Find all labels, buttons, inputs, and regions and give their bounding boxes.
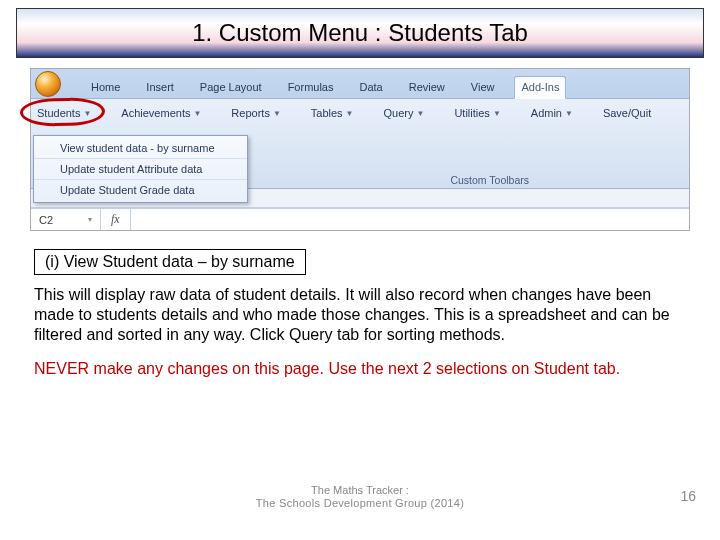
toolbar-button-label: Utilities: [454, 107, 489, 119]
fx-icon[interactable]: fx: [101, 209, 131, 230]
footer-line-2: The Schools Development Group (2014): [0, 497, 720, 510]
toolbar-button-label: Students: [37, 107, 80, 119]
toolbar-button-utilities[interactable]: Utilities ▼: [454, 107, 500, 119]
footer: The Maths Tracker : The Schools Developm…: [0, 484, 720, 510]
subheading-box: (i) View Student data – by surname: [34, 249, 306, 275]
page-number: 16: [680, 488, 696, 504]
ribbon-body: Students ▼ Achievements ▼ Reports ▼ Tabl…: [31, 99, 689, 189]
body-paragraph-1: This will display raw data of student de…: [34, 285, 686, 345]
ribbon-tab-review[interactable]: Review: [403, 77, 451, 98]
ribbon-tab-add-ins[interactable]: Add-Ins: [514, 76, 566, 99]
chevron-down-icon: ▼: [273, 109, 281, 118]
name-box[interactable]: C2 ▾: [31, 209, 101, 230]
students-dropdown: View student data - by surname Update st…: [33, 135, 248, 203]
toolbar-button-query[interactable]: Query ▼: [384, 107, 425, 119]
toolbar-button-label: Reports: [231, 107, 270, 119]
slide-title-banner: 1. Custom Menu : Students Tab: [16, 8, 704, 58]
toolbar-button-label: Admin: [531, 107, 562, 119]
ribbon-tab-data[interactable]: Data: [353, 77, 388, 98]
dropdown-item-update-attribute[interactable]: Update student Attribute data: [34, 159, 247, 180]
formula-bar-row: C2 ▾ fx: [31, 208, 689, 230]
chevron-down-icon: ▼: [346, 109, 354, 118]
footer-line-1: The Maths Tracker :: [0, 484, 720, 497]
body-paragraph-warning: NEVER make any changes on this page. Use…: [34, 359, 686, 379]
chevron-down-icon: ▼: [493, 109, 501, 118]
ribbon-tab-row: Home Insert Page Layout Formulas Data Re…: [31, 69, 689, 99]
office-button-icon[interactable]: [35, 71, 61, 97]
ribbon-tab-view[interactable]: View: [465, 77, 501, 98]
ribbon-tab-home[interactable]: Home: [85, 77, 126, 98]
ribbon-tab-insert[interactable]: Insert: [140, 77, 180, 98]
toolbar-button-tables[interactable]: Tables ▼: [311, 107, 354, 119]
slide-title-text: 1. Custom Menu : Students Tab: [192, 19, 528, 47]
toolbar-button-reports[interactable]: Reports ▼: [231, 107, 280, 119]
toolbar-button-label: Save/Quit: [603, 107, 651, 119]
toolbar-button-label: Query: [384, 107, 414, 119]
chevron-down-icon: ▼: [83, 109, 91, 118]
toolbar-button-save-quit[interactable]: Save/Quit: [603, 107, 651, 119]
toolbar-button-admin[interactable]: Admin ▼: [531, 107, 573, 119]
chevron-down-icon: ▼: [417, 109, 425, 118]
toolbar-button-label: Tables: [311, 107, 343, 119]
toolbar-button-label: Achievements: [121, 107, 190, 119]
chevron-down-icon: ▾: [88, 215, 92, 224]
name-box-value: C2: [39, 214, 53, 226]
chevron-down-icon: ▼: [565, 109, 573, 118]
ribbon-group-label: Custom Toolbars: [450, 174, 529, 186]
toolbar-button-students[interactable]: Students ▼: [37, 107, 91, 119]
ribbon-tab-page-layout[interactable]: Page Layout: [194, 77, 268, 98]
toolbar-button-achievements[interactable]: Achievements ▼: [121, 107, 201, 119]
excel-screenshot: Home Insert Page Layout Formulas Data Re…: [30, 68, 690, 231]
ribbon-tab-formulas[interactable]: Formulas: [282, 77, 340, 98]
dropdown-item-update-grade[interactable]: Update Student Grade data: [34, 180, 247, 200]
dropdown-item-view-student-data[interactable]: View student data - by surname: [34, 138, 247, 159]
chevron-down-icon: ▼: [193, 109, 201, 118]
